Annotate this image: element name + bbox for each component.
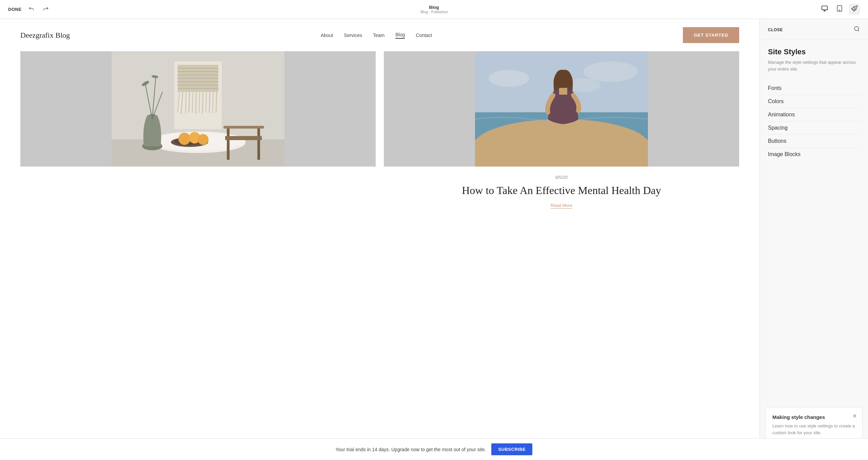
svg-point-44	[489, 70, 529, 87]
blog-card-body: 8/5/20 How to Take An Effective Mental H…	[384, 167, 739, 216]
search-icon	[854, 26, 860, 32]
subscribe-button[interactable]: SUBSCRIBE	[491, 443, 532, 455]
redo-icon	[43, 6, 49, 12]
blog-post-title: How to Take An Effective Mental Health D…	[384, 184, 739, 197]
svg-rect-49	[475, 139, 648, 167]
search-button[interactable]	[854, 26, 860, 34]
style-card-text: Learn how to use style settings to creat…	[772, 423, 855, 436]
bottom-banner: Your trial ends in 14 days. Upgrade now …	[0, 438, 868, 460]
site-logo: Deezgrafix Blog	[20, 31, 70, 40]
top-bar: DONE Blog Blog · Published	[0, 0, 868, 19]
svg-point-32	[198, 134, 209, 145]
trial-banner-text: Your trial ends in 14 days. Upgrade now …	[336, 447, 486, 452]
fonts-menu-item[interactable]: Fonts	[768, 82, 860, 95]
redo-button[interactable]	[41, 4, 50, 15]
undo-button[interactable]	[27, 4, 36, 15]
desktop-view-button[interactable]	[819, 4, 830, 15]
nav-links: About Services Team Blog Contact	[321, 32, 432, 39]
site-preview: Deezgrafix Blog About Services Team Blog…	[0, 19, 760, 460]
svg-rect-41	[225, 136, 262, 140]
svg-point-45	[584, 61, 638, 82]
paintbrush-icon	[851, 5, 858, 12]
svg-point-30	[178, 133, 191, 145]
tablet-icon	[836, 5, 843, 12]
blog-grid: 8/5/20 How to Take An Effective Mental H…	[20, 51, 739, 216]
nav-link-services[interactable]: Services	[344, 33, 362, 38]
nav-link-blog[interactable]: Blog	[395, 32, 405, 39]
nav-link-team[interactable]: Team	[373, 33, 384, 38]
interior-image-svg	[112, 51, 284, 167]
svg-rect-39	[227, 126, 230, 160]
svg-point-52	[854, 26, 859, 31]
page-subtitle: Blog · Published	[420, 10, 448, 14]
image-blocks-menu-item[interactable]: Image Blocks	[768, 148, 860, 161]
spacing-menu-item[interactable]: Spacing	[768, 121, 860, 135]
right-panel: CLOSE Site Styles Manage the style setti…	[760, 19, 868, 460]
svg-rect-0	[822, 6, 828, 10]
done-button[interactable]: DONE	[8, 7, 22, 12]
style-card-title: Making style changes	[772, 414, 855, 420]
svg-line-53	[858, 30, 859, 31]
panel-subtitle: Manage the style settings that appear ac…	[768, 59, 860, 72]
top-bar-right	[819, 4, 860, 15]
close-button[interactable]: CLOSE	[768, 27, 783, 32]
get-started-button[interactable]: GET STARTED	[683, 27, 739, 43]
panel-body: Site Styles Manage the style settings th…	[760, 39, 868, 402]
svg-rect-40	[257, 126, 260, 160]
animations-menu-item[interactable]: Animations	[768, 108, 860, 121]
panel-header: CLOSE	[760, 19, 868, 39]
blog-date: 8/5/20	[384, 175, 739, 180]
nav-link-about[interactable]: About	[321, 33, 333, 38]
tablet-view-button[interactable]	[834, 4, 845, 15]
main-layout: Deezgrafix Blog About Services Team Blog…	[0, 19, 868, 460]
panel-title: Site Styles	[768, 47, 860, 56]
nav-link-contact[interactable]: Contact	[416, 33, 432, 38]
desktop-icon	[821, 5, 828, 12]
beach-image-svg	[475, 51, 648, 167]
style-card-close-button[interactable]: ✕	[852, 413, 857, 419]
svg-point-2	[839, 10, 840, 11]
blog-content: 8/5/20 How to Take An Effective Mental H…	[0, 51, 760, 237]
top-bar-center: Blog Blog · Published	[420, 5, 448, 14]
undo-icon	[28, 6, 35, 12]
site-navigation: Deezgrafix Blog About Services Team Blog…	[0, 19, 760, 51]
design-mode-button[interactable]	[849, 4, 860, 15]
blog-card-right: 8/5/20 How to Take An Effective Mental H…	[384, 51, 739, 216]
blog-card-left	[20, 51, 376, 216]
colors-menu-item[interactable]: Colors	[768, 95, 860, 108]
top-bar-left: DONE	[8, 4, 50, 15]
read-more-link[interactable]: Read More	[551, 203, 572, 209]
website-content: Deezgrafix Blog About Services Team Blog…	[0, 19, 760, 460]
blog-image-beach	[384, 51, 739, 167]
buttons-menu-item[interactable]: Buttons	[768, 135, 860, 148]
svg-rect-51	[559, 88, 567, 95]
page-title: Blog	[420, 5, 448, 10]
style-menu: Fonts Colors Animations Spacing Buttons …	[768, 82, 860, 161]
blog-image-interior	[20, 51, 376, 167]
svg-rect-42	[223, 126, 264, 129]
